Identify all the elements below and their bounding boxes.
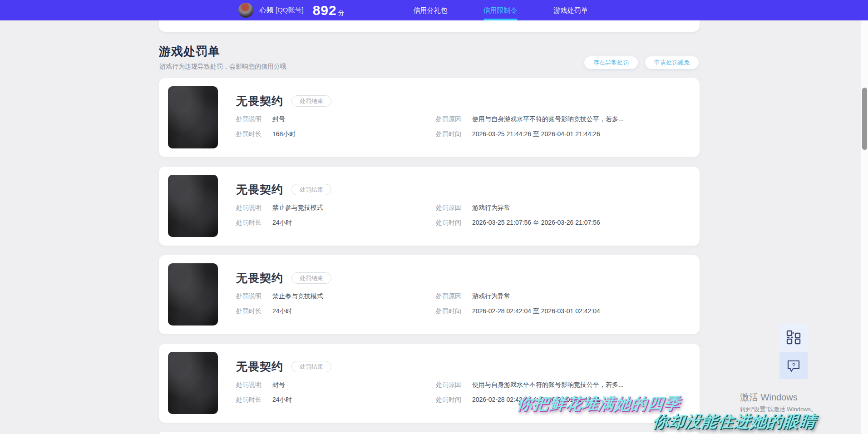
scrollbar-thumb[interactable] xyxy=(862,88,867,150)
status-badge: 处罚结束 xyxy=(291,95,331,107)
status-badge: 处罚结束 xyxy=(291,272,331,284)
field-label-desc: 处罚说明 xyxy=(236,291,261,301)
credit-score: 892 分 xyxy=(313,3,345,18)
field-value-reason: 游戏行为异常 xyxy=(472,291,510,301)
field-label-time: 处罚时间 xyxy=(436,306,461,316)
field-value-time: 2026-02-28 02:42:01 至 2026-03-01 02:42:0… xyxy=(472,395,600,404)
header-actions: 存在异常处罚 申请处罚减免 xyxy=(584,56,699,69)
scrollbar[interactable] xyxy=(861,20,868,434)
field-value-desc: 封号 xyxy=(272,380,285,389)
field-label-duration: 处罚时长 xyxy=(236,218,261,227)
game-title: 无畏契约 xyxy=(236,94,283,108)
field-value-duration: 24小时 xyxy=(272,395,292,404)
qrcode-button[interactable] xyxy=(779,324,808,351)
credit-score-value: 892 xyxy=(313,3,337,18)
field-label-desc: 处罚说明 xyxy=(236,114,261,123)
field-label-reason: 处罚原因 xyxy=(436,203,461,212)
game-thumbnail xyxy=(168,352,218,414)
tab-credit-limit[interactable]: 信用限制令 xyxy=(483,0,518,20)
field-value-desc: 禁止参与竞技模式 xyxy=(272,203,323,212)
field-label-reason: 处罚原因 xyxy=(436,114,461,123)
tab-credit-gift[interactable]: 信用分礼包 xyxy=(414,0,448,20)
field-value-reason: 使用与自身游戏水平不符的账号影响竞技公平，若多... xyxy=(472,114,624,123)
field-value-duration: 24小时 xyxy=(272,306,292,316)
field-label-duration: 处罚时长 xyxy=(236,395,261,404)
field-value-reason: 使用与自身游戏水平不符的账号影响竞技公平，若多... xyxy=(472,380,624,389)
punishment-card: 无畏契约 处罚结束 处罚说明禁止参与竞技模式 处罚原因游戏行为异常 处罚时长24… xyxy=(159,255,700,334)
windows-activation-title: 激活 Windows xyxy=(740,391,817,404)
field-label-desc: 处罚说明 xyxy=(236,203,261,212)
status-badge: 处罚结束 xyxy=(291,361,331,372)
status-badge: 处罚结束 xyxy=(291,184,331,195)
punishment-card: 无畏契约 处罚结束 处罚说明封号 处罚原因使用与自身游戏水平不符的账号影响竞技公… xyxy=(159,78,700,157)
field-value-desc: 封号 xyxy=(272,114,285,123)
game-title: 无畏契约 xyxy=(236,182,283,197)
field-label-reason: 处罚原因 xyxy=(436,380,461,389)
field-value-reason: 游戏行为异常 xyxy=(472,203,510,212)
top-navbar: 心频[QQ账号] 892 分 信用分礼包 信用限制令 游戏处罚单 xyxy=(0,0,868,20)
game-thumbnail xyxy=(168,86,218,148)
username: 心频[QQ账号] xyxy=(260,6,304,15)
credit-score-unit: 分 xyxy=(338,9,345,17)
field-label-time: 处罚时间 xyxy=(436,218,461,227)
username-text: 心频 xyxy=(260,6,273,14)
next-card-top-edge xyxy=(159,432,700,434)
field-value-time: 2026-02-28 02:42:04 至 2026-03-01 02:42:0… xyxy=(472,306,600,316)
game-title: 无畏契约 xyxy=(236,359,283,374)
account-type: [QQ账号] xyxy=(276,6,304,14)
avatar xyxy=(238,3,253,18)
help-bubble-icon: ? xyxy=(785,357,802,374)
field-label-desc: 处罚说明 xyxy=(236,380,261,389)
user-cluster: 心频[QQ账号] 892 分 xyxy=(238,0,345,20)
punishment-relief-button[interactable]: 申请处罚减免 xyxy=(645,56,699,69)
field-label-duration: 处罚时长 xyxy=(236,129,261,138)
field-value-time: 2026-03-25 21:44:26 至 2026-04-01 21:44:2… xyxy=(472,129,600,138)
page-title: 游戏处罚单 xyxy=(159,44,220,59)
field-value-time: 2026-03-25 21:07:56 至 2026-03-26 21:07:5… xyxy=(472,218,600,227)
field-label-duration: 处罚时长 xyxy=(236,306,261,316)
svg-text:?: ? xyxy=(792,362,795,369)
field-value-desc: 禁止参与竞技模式 xyxy=(272,291,323,301)
game-thumbnail xyxy=(168,263,218,326)
game-thumbnail xyxy=(168,175,218,237)
qrcode-icon xyxy=(786,330,801,345)
main-content: 游戏处罚单 游戏行为违规导致处罚，会影响您的信用分哦 存在异常处罚 申请处罚减免… xyxy=(159,0,700,434)
field-label-time: 处罚时间 xyxy=(436,395,461,404)
punishment-card-list: 无畏契约 处罚结束 处罚说明封号 处罚原因使用与自身游戏水平不符的账号影响竞技公… xyxy=(159,78,700,434)
help-button[interactable]: ? xyxy=(779,352,808,379)
abnormal-punishment-button[interactable]: 存在异常处罚 xyxy=(584,56,638,69)
field-label-reason: 处罚原因 xyxy=(436,291,461,301)
punishment-card: 无畏契约 处罚结束 处罚说明封号 处罚原因使用与自身游戏水平不符的账号影响竞技公… xyxy=(159,344,700,423)
field-value-duration: 24小时 xyxy=(272,218,292,227)
tab-game-punishment[interactable]: 游戏处罚单 xyxy=(554,0,588,20)
game-title: 无畏契约 xyxy=(236,271,283,286)
field-value-duration: 168小时 xyxy=(272,129,296,138)
punishment-card: 无畏契约 处罚结束 处罚说明禁止参与竞技模式 处罚原因游戏行为异常 处罚时长24… xyxy=(159,167,700,246)
field-label-time: 处罚时间 xyxy=(436,129,461,138)
windows-activation-subtitle: 转到“设置”以激活 Windows。 xyxy=(740,405,817,414)
page-subtitle: 游戏行为违规导致处罚，会影响您的信用分哦 xyxy=(159,63,286,71)
windows-activation-watermark: 激活 Windows 转到“设置”以激活 Windows。 xyxy=(740,391,817,414)
